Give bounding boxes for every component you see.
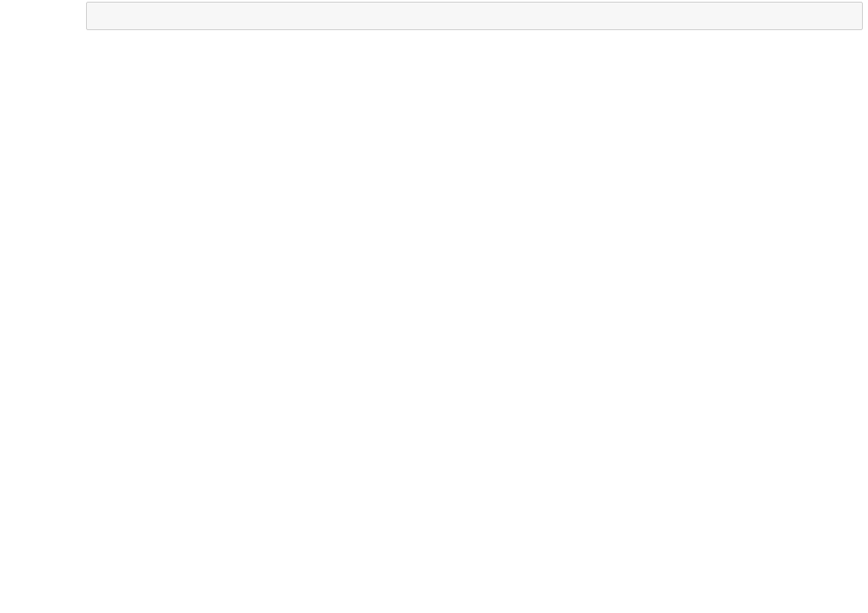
input-prompt [0, 0, 86, 10]
plot-output [86, 42, 868, 433]
code-line [94, 8, 855, 24]
input-cell [0, 0, 868, 32]
stdout-output [86, 32, 868, 42]
heatmap-figure [93, 46, 575, 424]
code-input[interactable] [86, 2, 863, 30]
